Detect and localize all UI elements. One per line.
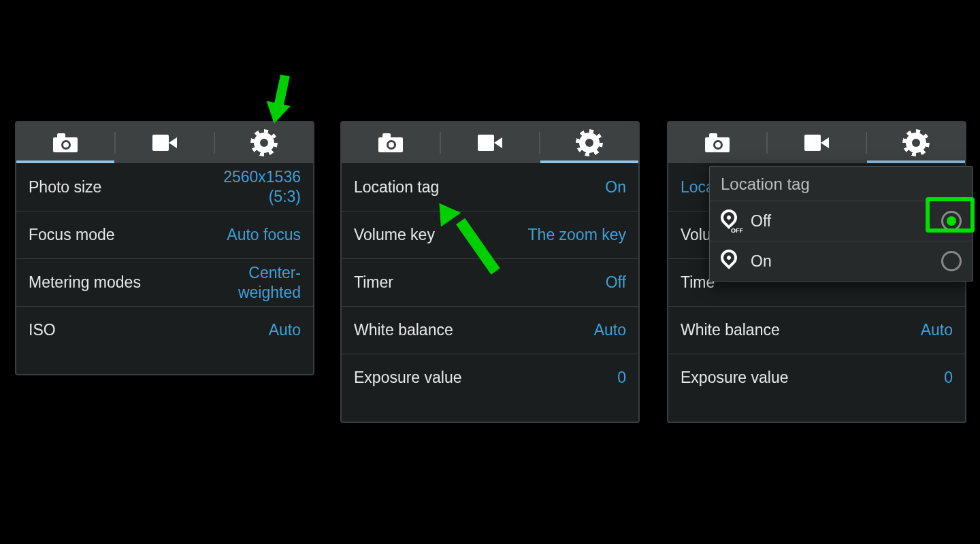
setting-row-exposure-value[interactable]: Exposure value 0 (342, 354, 638, 401)
setting-row-exposure-value[interactable]: Exposure value 0 (668, 354, 965, 401)
setting-label: ISO (29, 321, 56, 339)
setting-label: Photo size (29, 178, 101, 197)
tab-bar (342, 122, 638, 163)
tab-bar (668, 122, 965, 163)
setting-value: Auto focus (227, 225, 301, 245)
tab-video[interactable] (441, 122, 539, 163)
gear-icon (906, 133, 926, 153)
setting-value: Off (606, 273, 626, 292)
setting-row-photo-size[interactable]: Photo size 2560x1536 (5:3) (16, 163, 313, 211)
setting-row-white-balance[interactable]: White balance Auto (342, 306, 638, 354)
settings-panel-3: Loca Volu Time White balance Auto Exposu… (667, 121, 966, 423)
tab-settings[interactable] (867, 122, 965, 163)
setting-label: Timer (354, 273, 393, 292)
setting-label: White balance (681, 321, 780, 339)
setting-value: 2560x1536 (5:3) (223, 167, 301, 207)
setting-label: Exposure value (354, 369, 462, 387)
location-on-icon (721, 250, 740, 273)
camera-icon (705, 133, 730, 152)
tab-camera[interactable] (668, 122, 766, 163)
popup-option-off[interactable]: OFF Off (710, 201, 973, 241)
tab-settings[interactable] (215, 122, 313, 163)
setting-value: On (605, 177, 626, 197)
setting-label: Focus mode (29, 226, 115, 244)
setting-value: 0 (617, 368, 626, 388)
gear-icon (579, 133, 600, 153)
tab-camera[interactable] (16, 122, 114, 163)
tab-video[interactable] (116, 122, 214, 163)
setting-value: Auto (594, 320, 626, 340)
setting-value: The zoom key (528, 225, 626, 245)
setting-label: White balance (354, 321, 453, 339)
camera-icon (378, 133, 403, 152)
popup-option-on[interactable]: On (710, 241, 973, 281)
radio-unselected[interactable] (941, 251, 962, 271)
gear-icon (254, 133, 274, 153)
setting-row-metering-modes[interactable]: Metering modes Center- weighted (16, 258, 313, 306)
tab-settings[interactable] (540, 122, 638, 163)
tab-camera[interactable] (342, 122, 440, 163)
setting-label: Exposure value (681, 369, 789, 387)
setting-row-focus-mode[interactable]: Focus mode Auto focus (16, 211, 313, 258)
setting-value: Center- weighted (238, 263, 301, 303)
setting-value: Auto (921, 320, 953, 340)
video-icon (152, 135, 177, 151)
location-tag-popup: Location tag OFF Off On (709, 166, 973, 282)
popup-title: Location tag (710, 167, 973, 201)
settings-panel-1: Photo size 2560x1536 (5:3) Focus mode Au… (15, 121, 314, 375)
popup-option-label: On (751, 252, 772, 271)
setting-label: Volume key (354, 226, 435, 244)
radio-selected[interactable] (941, 211, 962, 231)
setting-row-white-balance[interactable]: White balance Auto (668, 306, 965, 354)
panel-body: Photo size 2560x1536 (5:3) Focus mode Au… (16, 163, 313, 374)
setting-value: Auto (269, 320, 301, 340)
setting-value: 0 (944, 368, 953, 388)
panel-body: Location tag On Volume key The zoom key … (342, 163, 638, 422)
popup-option-label: Off (751, 212, 771, 231)
setting-row-iso[interactable]: ISO Auto (16, 306, 313, 354)
camera-icon (53, 133, 78, 152)
tab-bar (16, 122, 313, 163)
setting-row-volume-key[interactable]: Volume key The zoom key (342, 211, 638, 258)
video-icon (478, 135, 502, 151)
setting-label: Volu (681, 226, 711, 244)
location-off-icon: OFF (721, 209, 740, 233)
setting-row-location-tag[interactable]: Location tag On (342, 163, 638, 211)
tab-video[interactable] (768, 122, 866, 163)
setting-label: Location tag (354, 178, 439, 197)
video-icon (804, 135, 829, 151)
setting-label: Metering modes (29, 273, 141, 292)
